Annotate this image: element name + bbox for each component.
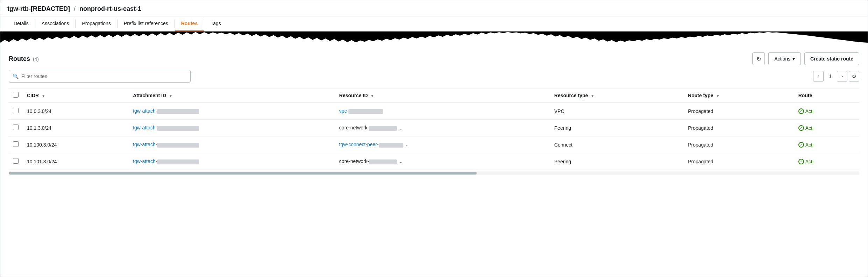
actions-chevron-icon: ▾ [792,56,795,62]
td-route-type-1: Propagated [684,102,794,120]
resource-id-ellipsis-3: ... [405,142,409,147]
cidr-value-3: 10.100.3.0/24 [27,142,57,148]
attachment-id-link-3[interactable]: tgw-attach- [133,142,199,147]
table-row: 10.1.3.0/24 tgw-attach- core-network- ..… [9,120,859,136]
breadcrumb-bar: tgw-rtb-[REDACTED] / nonprod-rt-us-east-… [0,0,868,16]
resource-id-link-3[interactable]: tgw-connect-peer- [339,142,405,147]
resource-type-value-3: Connect [554,142,572,148]
next-page-button[interactable]: › [837,71,847,81]
th-route-state: Route [794,88,859,103]
resource-id-prefix-4: core-network- [339,158,369,164]
cidr-value-1: 10.0.3.0/24 [27,108,51,114]
cidr-value-2: 10.1.3.0/24 [27,125,51,131]
td-status-2: ✓ Acti [794,120,859,136]
actions-button[interactable]: Actions ▾ [768,52,801,65]
tab-tags[interactable]: Tags [204,16,227,31]
route-type-value-1: Propagated [688,108,713,114]
search-input[interactable] [21,73,187,79]
th-cidr-label: CIDR [27,93,39,98]
status-label-4: Acti [805,159,813,164]
status-check-icon-1: ✓ [798,108,804,114]
resource-id-redacted-1 [348,109,383,114]
attachment-id-link-2[interactable]: tgw-attach- [133,125,199,130]
route-table-name: nonprod-rt-us-east-1 [79,5,141,12]
page-wrapper: tgw-rtb-[REDACTED] / nonprod-rt-us-east-… [0,0,868,277]
section-header: Routes (4) ↻ Actions ▾ Create static rou… [9,52,859,65]
refresh-icon: ↻ [756,56,761,62]
th-attachment-sort-icon[interactable]: ▼ [169,94,172,98]
create-static-route-button[interactable]: Create static route [804,52,859,65]
resource-id-ellipsis-4: ... [398,158,403,164]
rtb-id: tgw-rtb-[REDACTED] [7,5,70,12]
refresh-button[interactable]: ↻ [752,52,765,65]
section-count: (4) [33,56,39,62]
table-horizontal-scrollbar[interactable] [9,171,859,175]
table-header-row: CIDR ▼ Attachment ID ▼ Resource ID ▼ Res… [9,88,859,103]
th-select-all [9,88,23,103]
td-resource-type-1: VPC [550,102,684,120]
td-attachment-id-1: tgw-attach- [129,102,335,120]
td-route-type-2: Propagated [684,120,794,136]
attachment-id-link-1[interactable]: tgw-attach- [133,108,199,114]
th-resource-id: Resource ID ▼ [335,88,550,103]
td-resource-id-2: core-network- ... [335,120,550,136]
td-cidr-4: 10.101.3.0/24 [23,153,129,170]
tab-propagations[interactable]: Propagations [76,16,117,31]
actions-label: Actions [774,56,790,62]
route-type-value-3: Propagated [688,142,713,148]
td-attachment-id-4: tgw-attach- [129,153,335,170]
th-resource-id-label: Resource ID [339,93,368,98]
tab-details[interactable]: Details [7,16,35,31]
th-route-state-label: Route [798,93,812,98]
td-attachment-id-2: tgw-attach- [129,120,335,136]
th-route-type: Route type ▼ [684,88,794,103]
table-row: 10.0.3.0/24 tgw-attach- vpc- VPC [9,102,859,120]
resource-id-prefix-3: tgw-connect-peer- [339,142,379,147]
tab-routes[interactable]: Routes [175,16,204,31]
status-check-icon-4: ✓ [798,159,804,164]
table-row: 10.100.3.0/24 tgw-attach- tgw-connect-pe… [9,136,859,153]
th-resource-type-label: Resource type [554,93,588,98]
th-cidr-sort-icon[interactable]: ▼ [42,94,45,98]
tab-prefix-list-references[interactable]: Prefix list references [118,16,175,31]
td-status-3: ✓ Acti [794,136,859,153]
status-label-1: Acti [805,108,813,114]
attachment-prefix-4: tgw-attach- [133,158,157,164]
row-1-checkbox[interactable] [13,108,19,113]
resource-id-redacted-2 [369,126,397,131]
attachment-id-link-4[interactable]: tgw-attach- [133,158,199,164]
resource-id-redacted-3 [379,143,403,148]
attachment-id-redacted-4 [157,159,199,164]
th-resource-id-sort-icon[interactable]: ▼ [370,94,374,98]
td-cidr-3: 10.100.3.0/24 [23,136,129,153]
attachment-id-redacted-1 [157,109,199,114]
table-row: 10.101.3.0/24 tgw-attach- core-network- … [9,153,859,170]
status-active-1: ✓ Acti [798,108,855,114]
status-label-3: Acti [805,142,813,148]
routes-table: CIDR ▼ Attachment ID ▼ Resource ID ▼ Res… [9,88,859,170]
header-actions: ↻ Actions ▾ Create static route [752,52,859,65]
th-resource-type: Resource type ▼ [550,88,684,103]
row-4-checkbox[interactable] [13,158,19,164]
select-all-checkbox[interactable] [13,92,19,98]
td-resource-type-4: Peering [550,153,684,170]
row-2-checkbox[interactable] [13,125,19,130]
tab-associations[interactable]: Associations [35,16,76,31]
resource-id-link-1[interactable]: vpc- [339,108,383,114]
status-label-2: Acti [805,125,813,131]
td-route-type-4: Propagated [684,153,794,170]
resource-type-value-2: Peering [554,125,571,131]
page-settings-button[interactable]: ⚙ [849,71,859,81]
search-box[interactable]: 🔍 [9,70,191,83]
resource-id-prefix-2: core-network- [339,125,369,130]
row-3-checkbox[interactable] [13,141,19,147]
attachment-prefix-1: tgw-attach- [133,108,157,114]
prev-page-button[interactable]: ‹ [813,71,824,81]
th-route-type-sort-icon[interactable]: ▼ [716,94,719,98]
torn-edge-decoration [0,31,868,45]
attachment-id-redacted-2 [157,126,199,131]
breadcrumb: tgw-rtb-[REDACTED] / nonprod-rt-us-east-… [7,5,861,13]
status-active-2: ✓ Acti [798,125,855,131]
th-resource-type-sort-icon[interactable]: ▼ [591,94,594,98]
resource-id-redacted-4 [369,159,397,164]
